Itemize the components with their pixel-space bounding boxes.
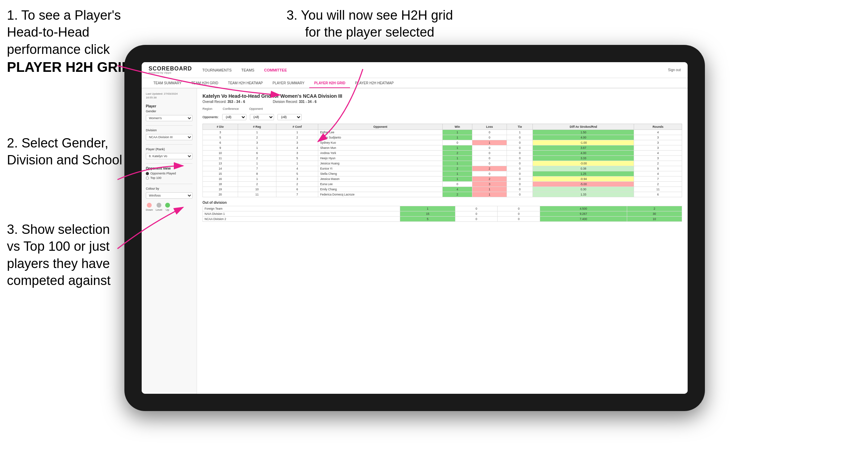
opponent-select[interactable]: (All)	[277, 114, 302, 120]
legend-level: Level	[155, 203, 162, 211]
legend-dot-down	[147, 203, 152, 208]
col-tie: Tie	[507, 124, 533, 130]
logo-area: SCOREBOARD Powered by clippd	[149, 66, 192, 74]
nav-link-teams[interactable]: TEAMS	[241, 68, 254, 72]
player-label: Player	[146, 104, 192, 108]
table-row: 6	[203, 140, 238, 145]
nav-right: Sign out	[668, 68, 681, 72]
col-rounds: Rounds	[634, 124, 682, 130]
instruction-3-bottom: 3. Show selection vs Top 100 or just pla…	[7, 221, 124, 289]
opponents-played-radio[interactable]: Opponents Played	[146, 172, 192, 175]
main-content: Last Updated: 27/03/2024 16:55:38 Player…	[142, 88, 688, 394]
division-record: Division Record: 331 - 34 - 6	[273, 100, 317, 104]
nav-links: TOURNAMENTS TEAMS COMMITTEE	[202, 68, 668, 72]
nav-link-tournaments[interactable]: TOURNAMENTS	[202, 68, 232, 72]
table-row: 3	[203, 130, 238, 135]
division-select[interactable]: NCAA Division III NCAA Division I NCAA D…	[146, 134, 192, 140]
instruction-1: 1. To see a Player's Head-to-Head perfor…	[7, 7, 138, 76]
legend-dot-up	[165, 203, 170, 208]
out-of-division-label: Out of division	[202, 201, 682, 204]
table-row: 14	[203, 166, 238, 171]
player-rank-select[interactable]: 8. Katelyn Vo	[146, 153, 192, 159]
col-loss: Loss	[472, 124, 507, 130]
filter-selects-row: Opponents: (All) (All) (All)	[202, 114, 682, 120]
logo-sub: Powered by clippd	[149, 72, 192, 74]
grid-title: Katelyn Vo Head-to-Head Grid for Women's…	[202, 93, 682, 99]
grid-records: Overall Record: 353 - 34 - 6 Division Re…	[202, 100, 682, 104]
sub-nav-team-h2h-grid[interactable]: TEAM H2H GRID	[187, 78, 223, 88]
table-row: 15	[203, 171, 238, 177]
opponents-label: Opponents:	[202, 115, 219, 119]
sub-nav-team-h2h-heatmap[interactable]: TEAM H2H HEATMAP	[223, 78, 268, 88]
sidebar-player-rank-section: Player (Rank) 8. Katelyn Vo	[146, 147, 192, 159]
table-row: 11	[203, 156, 238, 161]
table-row: 13	[203, 161, 238, 166]
color-legend: Down Level Up	[146, 203, 192, 211]
top100-radio[interactable]: Top 100	[146, 176, 192, 180]
table-row: 5	[203, 135, 238, 140]
table-row: 20	[203, 192, 238, 197]
data-area: Katelyn Vo Head-to-Head Grid for Women's…	[197, 88, 688, 394]
sub-nav-player-h2h-grid[interactable]: PLAYER H2H GRID	[309, 78, 350, 88]
logo-text: SCOREBOARD	[149, 66, 192, 72]
table-row: 18	[203, 182, 238, 187]
tablet-screen: SCOREBOARD Powered by clippd TOURNAMENTS…	[142, 62, 688, 394]
h2h-table: # Div # Reg # Conf Opponent Win Loss Tie…	[202, 124, 682, 197]
gender-select[interactable]: Women's Men's	[146, 115, 192, 121]
sidebar-player-section: Player Gender Women's Men's Division NCA…	[146, 104, 192, 159]
opponent-view-label: Opponent view	[146, 166, 192, 170]
sidebar-colour-section: Colour by Win/loss	[146, 187, 192, 199]
sidebar-timestamp: Last Updated: 27/03/2024 16:55:38	[146, 92, 192, 99]
region-filter: Region	[202, 107, 213, 111]
sidebar: Last Updated: 27/03/2024 16:55:38 Player…	[142, 88, 197, 394]
sidebar-gender-section: Gender Women's Men's	[146, 109, 192, 121]
sub-nav-player-h2h-heatmap[interactable]: PLAYER H2H HEATMAP	[350, 78, 398, 88]
col-diff: Diff Av Strokes/Rnd	[533, 124, 634, 130]
col-div: # Div	[203, 124, 238, 130]
region-select[interactable]: (All)	[222, 114, 246, 120]
table-row: 10	[203, 151, 238, 156]
col-reg: # Reg	[238, 124, 276, 130]
overall-record: Overall Record: 353 - 34 - 6	[202, 100, 245, 104]
opponent-filter: Opponent	[249, 107, 263, 111]
sign-out-link[interactable]: Sign out	[668, 68, 681, 72]
sub-nav: TEAM SUMMARY TEAM H2H GRID TEAM H2H HEAT…	[142, 78, 688, 88]
nav-link-committee[interactable]: COMMITTEE	[264, 68, 287, 72]
sub-nav-team-summary[interactable]: TEAM SUMMARY	[149, 78, 187, 88]
col-opponent: Opponent	[318, 124, 443, 130]
gender-label: Gender	[146, 109, 192, 113]
col-win: Win	[442, 124, 472, 130]
filter-row: Region Conference Opponent	[202, 107, 682, 111]
instruction-3-top: 3. You will now see H2H grid for the pla…	[283, 7, 456, 41]
nav-bar: SCOREBOARD Powered by clippd TOURNAMENTS…	[142, 62, 688, 78]
player-rank-label: Player (Rank)	[146, 147, 192, 151]
legend-down: Down	[146, 203, 153, 211]
legend-up: Up	[165, 203, 170, 211]
sidebar-division-section: Division NCAA Division III NCAA Division…	[146, 128, 192, 140]
sub-nav-player-summary[interactable]: PLAYER SUMMARY	[268, 78, 309, 88]
ood-table: Foreign Team 1 0 0 4.500 2 NAIA Division…	[202, 206, 682, 222]
conference-select[interactable]: (All)	[250, 114, 274, 120]
sidebar-opponent-section: Opponent view Opponents Played Top 100	[146, 166, 192, 180]
col-conf: # Conf	[276, 124, 318, 130]
colour-by-select[interactable]: Win/loss	[146, 192, 192, 199]
radio-dot-opponents	[146, 172, 149, 175]
tablet: SCOREBOARD Powered by clippd TOURNAMENTS…	[124, 45, 705, 411]
colour-by-label: Colour by	[146, 187, 192, 190]
legend-dot-level	[157, 203, 161, 208]
table-row: 9	[203, 145, 238, 151]
table-row: 16	[203, 177, 238, 182]
division-label: Division	[146, 128, 192, 132]
instruction-2: 2. Select Gender, Division and School	[7, 135, 124, 169]
conference-filter: Conference	[223, 107, 239, 111]
table-row: 19	[203, 187, 238, 192]
radio-dot-top100	[146, 177, 149, 180]
